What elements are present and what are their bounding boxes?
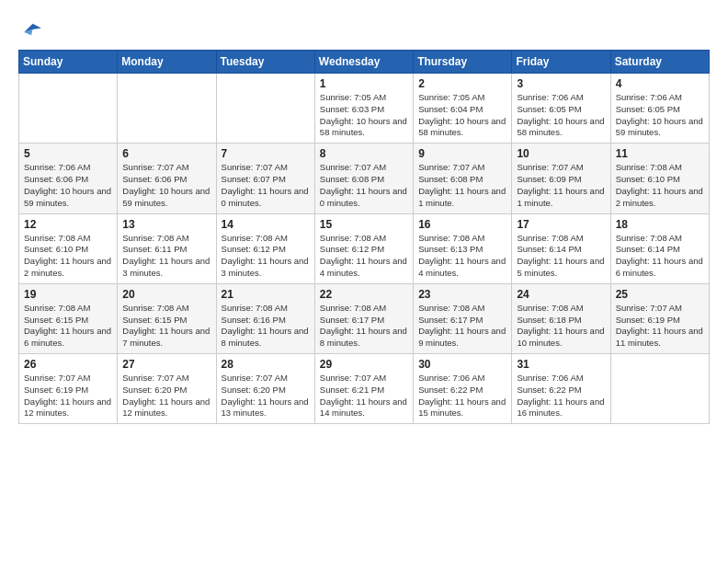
calendar-cell: 26Sunrise: 7:07 AM Sunset: 6:19 PM Dayli… (19, 354, 118, 424)
day-number: 1 (320, 77, 408, 90)
day-info: Sunrise: 7:08 AM Sunset: 6:10 PM Dayligh… (616, 162, 704, 209)
day-number: 17 (517, 218, 605, 231)
day-number: 28 (222, 358, 310, 371)
calendar-cell: 14Sunrise: 7:08 AM Sunset: 6:12 PM Dayli… (216, 213, 314, 283)
calendar-cell: 28Sunrise: 7:07 AM Sunset: 6:20 PM Dayli… (216, 354, 314, 424)
day-number: 7 (222, 147, 310, 160)
calendar-cell: 4Sunrise: 7:06 AM Sunset: 6:05 PM Daylig… (610, 74, 709, 144)
day-number: 20 (122, 288, 210, 301)
day-number: 3 (517, 77, 605, 90)
calendar-cell: 1Sunrise: 7:05 AM Sunset: 6:03 PM Daylig… (314, 74, 413, 144)
day-info: Sunrise: 7:05 AM Sunset: 6:03 PM Dayligh… (320, 92, 408, 139)
day-info: Sunrise: 7:06 AM Sunset: 6:05 PM Dayligh… (517, 92, 605, 139)
day-info: Sunrise: 7:08 AM Sunset: 6:14 PM Dayligh… (616, 233, 704, 280)
day-number: 12 (24, 218, 112, 231)
day-number: 16 (418, 218, 506, 231)
calendar-cell: 22Sunrise: 7:08 AM Sunset: 6:17 PM Dayli… (314, 283, 413, 353)
calendar-week-row: 1Sunrise: 7:05 AM Sunset: 6:03 PM Daylig… (19, 74, 710, 144)
day-number: 5 (24, 147, 112, 160)
day-number: 30 (418, 358, 506, 371)
day-number: 23 (418, 288, 506, 301)
day-info: Sunrise: 7:08 AM Sunset: 6:11 PM Dayligh… (122, 233, 210, 280)
calendar-cell: 15Sunrise: 7:08 AM Sunset: 6:12 PM Dayli… (314, 213, 413, 283)
day-info: Sunrise: 7:07 AM Sunset: 6:19 PM Dayligh… (24, 373, 112, 419)
calendar-week-row: 19Sunrise: 7:08 AM Sunset: 6:15 PM Dayli… (19, 283, 710, 353)
calendar-cell: 5Sunrise: 7:06 AM Sunset: 6:06 PM Daylig… (19, 144, 118, 213)
day-number: 2 (418, 77, 506, 90)
calendar-cell: 2Sunrise: 7:05 AM Sunset: 6:04 PM Daylig… (414, 74, 512, 144)
calendar-cell: 31Sunrise: 7:06 AM Sunset: 6:22 PM Dayli… (512, 354, 610, 424)
logo (18, 17, 48, 42)
day-number: 18 (616, 218, 704, 231)
page: SundayMondayTuesdayWednesdayThursdayFrid… (0, 0, 728, 563)
day-number: 9 (418, 147, 506, 160)
calendar-table: SundayMondayTuesdayWednesdayThursdayFrid… (18, 50, 710, 424)
calendar-cell: 6Sunrise: 7:07 AM Sunset: 6:06 PM Daylig… (118, 144, 216, 213)
weekday-header-tuesday: Tuesday (216, 51, 314, 74)
day-number: 26 (24, 358, 112, 371)
calendar-week-row: 12Sunrise: 7:08 AM Sunset: 6:10 PM Dayli… (19, 213, 710, 283)
day-info: Sunrise: 7:07 AM Sunset: 6:21 PM Dayligh… (320, 373, 408, 419)
calendar-cell: 19Sunrise: 7:08 AM Sunset: 6:15 PM Dayli… (19, 283, 118, 353)
day-info: Sunrise: 7:07 AM Sunset: 6:20 PM Dayligh… (122, 373, 210, 419)
day-info: Sunrise: 7:06 AM Sunset: 6:06 PM Dayligh… (24, 162, 112, 209)
weekday-header-monday: Monday (118, 51, 216, 74)
calendar-week-row: 5Sunrise: 7:06 AM Sunset: 6:06 PM Daylig… (19, 144, 710, 213)
calendar-cell: 8Sunrise: 7:07 AM Sunset: 6:08 PM Daylig… (314, 144, 413, 213)
day-info: Sunrise: 7:06 AM Sunset: 6:22 PM Dayligh… (517, 373, 605, 419)
calendar-week-row: 26Sunrise: 7:07 AM Sunset: 6:19 PM Dayli… (19, 354, 710, 424)
day-number: 14 (222, 218, 310, 231)
day-number: 8 (320, 147, 408, 160)
weekday-header-row: SundayMondayTuesdayWednesdayThursdayFrid… (19, 51, 710, 74)
calendar-cell: 17Sunrise: 7:08 AM Sunset: 6:14 PM Dayli… (512, 213, 610, 283)
day-number: 21 (222, 288, 310, 301)
day-number: 22 (320, 288, 408, 301)
day-number: 4 (616, 77, 704, 90)
day-info: Sunrise: 7:07 AM Sunset: 6:08 PM Dayligh… (418, 162, 506, 209)
calendar-cell: 27Sunrise: 7:07 AM Sunset: 6:20 PM Dayli… (118, 354, 216, 424)
calendar-cell: 25Sunrise: 7:07 AM Sunset: 6:19 PM Dayli… (610, 283, 709, 353)
day-info: Sunrise: 7:08 AM Sunset: 6:13 PM Dayligh… (418, 233, 506, 280)
day-number: 6 (122, 147, 210, 160)
calendar-cell (610, 354, 709, 424)
day-info: Sunrise: 7:06 AM Sunset: 6:22 PM Dayligh… (418, 373, 506, 419)
header (18, 17, 710, 42)
day-info: Sunrise: 7:07 AM Sunset: 6:06 PM Dayligh… (122, 162, 210, 209)
day-info: Sunrise: 7:08 AM Sunset: 6:15 PM Dayligh… (24, 303, 112, 350)
day-info: Sunrise: 7:05 AM Sunset: 6:04 PM Dayligh… (418, 92, 506, 139)
weekday-header-thursday: Thursday (414, 51, 512, 74)
calendar-cell: 30Sunrise: 7:06 AM Sunset: 6:22 PM Dayli… (414, 354, 512, 424)
calendar-cell: 18Sunrise: 7:08 AM Sunset: 6:14 PM Dayli… (610, 213, 709, 283)
day-info: Sunrise: 7:07 AM Sunset: 6:09 PM Dayligh… (517, 162, 605, 209)
day-info: Sunrise: 7:08 AM Sunset: 6:14 PM Dayligh… (517, 233, 605, 280)
calendar-cell: 7Sunrise: 7:07 AM Sunset: 6:07 PM Daylig… (216, 144, 314, 213)
day-number: 29 (320, 358, 408, 371)
calendar-cell: 12Sunrise: 7:08 AM Sunset: 6:10 PM Dayli… (19, 213, 118, 283)
calendar-cell: 21Sunrise: 7:08 AM Sunset: 6:16 PM Dayli… (216, 283, 314, 353)
day-info: Sunrise: 7:07 AM Sunset: 6:07 PM Dayligh… (222, 162, 310, 209)
day-number: 11 (616, 147, 704, 160)
day-info: Sunrise: 7:08 AM Sunset: 6:12 PM Dayligh… (222, 233, 310, 280)
day-number: 31 (517, 358, 605, 371)
calendar-cell: 13Sunrise: 7:08 AM Sunset: 6:11 PM Dayli… (118, 213, 216, 283)
day-number: 19 (24, 288, 112, 301)
calendar-cell: 3Sunrise: 7:06 AM Sunset: 6:05 PM Daylig… (512, 74, 610, 144)
day-info: Sunrise: 7:08 AM Sunset: 6:17 PM Dayligh… (418, 303, 506, 350)
calendar-cell (118, 74, 216, 144)
day-number: 13 (122, 218, 210, 231)
calendar-cell: 24Sunrise: 7:08 AM Sunset: 6:18 PM Dayli… (512, 283, 610, 353)
day-number: 15 (320, 218, 408, 231)
day-info: Sunrise: 7:07 AM Sunset: 6:19 PM Dayligh… (616, 303, 704, 350)
day-number: 24 (517, 288, 605, 301)
day-number: 25 (616, 288, 704, 301)
calendar-cell: 11Sunrise: 7:08 AM Sunset: 6:10 PM Dayli… (610, 144, 709, 213)
weekday-header-friday: Friday (512, 51, 610, 74)
weekday-header-wednesday: Wednesday (314, 51, 413, 74)
logo-icon (18, 17, 44, 42)
day-info: Sunrise: 7:07 AM Sunset: 6:20 PM Dayligh… (222, 373, 310, 419)
day-info: Sunrise: 7:08 AM Sunset: 6:18 PM Dayligh… (517, 303, 605, 350)
day-info: Sunrise: 7:08 AM Sunset: 6:16 PM Dayligh… (222, 303, 310, 350)
calendar-cell (216, 74, 314, 144)
day-info: Sunrise: 7:08 AM Sunset: 6:15 PM Dayligh… (122, 303, 210, 350)
day-number: 10 (517, 147, 605, 160)
